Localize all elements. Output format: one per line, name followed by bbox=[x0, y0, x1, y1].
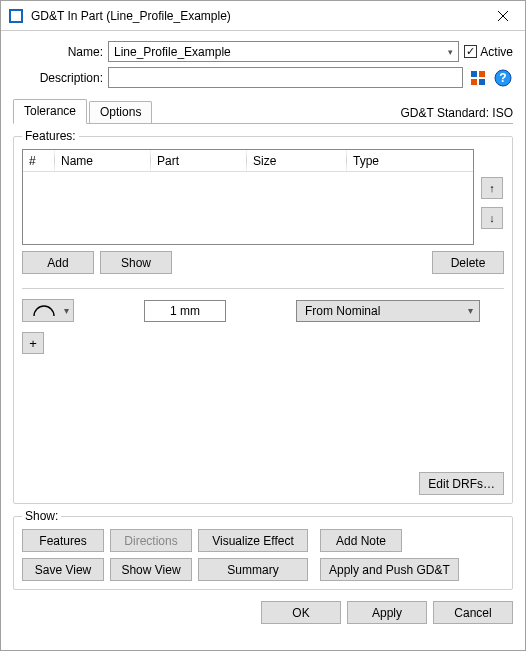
tolerance-mode-combo[interactable]: From Nominal ▾ bbox=[296, 300, 480, 322]
frame-spacer bbox=[22, 354, 504, 464]
cancel-button[interactable]: Cancel bbox=[433, 601, 513, 624]
show-directions-button[interactable]: Directions bbox=[110, 529, 192, 552]
features-group: Features: # Name Part Size Type bbox=[13, 129, 513, 504]
line-profile-icon bbox=[27, 304, 60, 318]
tab-options[interactable]: Options bbox=[89, 101, 152, 123]
svg-rect-5 bbox=[479, 79, 485, 85]
visualize-effect-button[interactable]: Visualize Effect bbox=[198, 529, 308, 552]
standard-label: GD&T Standard: ISO bbox=[401, 106, 514, 120]
chevron-down-icon: ▾ bbox=[468, 305, 473, 316]
name-combo[interactable]: Line_Profile_Example ▾ bbox=[108, 41, 459, 62]
col-name[interactable]: Name bbox=[55, 150, 151, 171]
description-label: Description: bbox=[13, 71, 103, 85]
show-legend: Show: bbox=[22, 509, 61, 523]
ok-button[interactable]: OK bbox=[261, 601, 341, 624]
show-button[interactable]: Show bbox=[100, 251, 172, 274]
svg-rect-3 bbox=[479, 71, 485, 77]
show-row-1: Features Directions Visualize Effect Add… bbox=[22, 529, 504, 552]
name-value: Line_Profile_Example bbox=[114, 45, 231, 59]
save-view-button[interactable]: Save View bbox=[22, 558, 104, 581]
col-type[interactable]: Type bbox=[347, 150, 473, 171]
svg-rect-4 bbox=[471, 79, 477, 85]
apply-push-button[interactable]: Apply and Push GD&T bbox=[320, 558, 459, 581]
app-icon bbox=[9, 9, 23, 23]
tolerance-mode-value: From Nominal bbox=[305, 304, 380, 318]
add-button[interactable]: Add bbox=[22, 251, 94, 274]
col-size[interactable]: Size bbox=[247, 150, 347, 171]
move-up-button[interactable]: ↑ bbox=[481, 177, 503, 199]
gdt-symbol-picker[interactable]: ▾ bbox=[22, 299, 74, 322]
chevron-down-icon: ▾ bbox=[64, 305, 69, 316]
window-title: GD&T In Part (Line_Profile_Example) bbox=[31, 9, 483, 23]
features-list[interactable]: # Name Part Size Type bbox=[22, 149, 474, 245]
tabstrip: Tolerance Options GD&T Standard: ISO bbox=[13, 99, 513, 124]
description-row: Description: ? bbox=[13, 67, 513, 88]
active-checkbox[interactable]: ✓ Active bbox=[464, 45, 513, 59]
delete-button[interactable]: Delete bbox=[432, 251, 504, 274]
reorder-buttons: ↑ ↓ bbox=[480, 149, 504, 245]
help-button[interactable]: ? bbox=[493, 68, 513, 88]
name-label: Name: bbox=[13, 45, 103, 59]
svg-text:?: ? bbox=[499, 71, 506, 85]
move-down-button[interactable]: ↓ bbox=[481, 207, 503, 229]
chevron-down-icon: ▾ bbox=[448, 47, 453, 57]
close-button[interactable] bbox=[483, 1, 523, 31]
active-label: Active bbox=[480, 45, 513, 59]
svg-rect-2 bbox=[471, 71, 477, 77]
summary-button[interactable]: Summary bbox=[198, 558, 308, 581]
show-group: Show: Features Directions Visualize Effe… bbox=[13, 509, 513, 590]
features-buttons: Add Show Delete bbox=[22, 251, 504, 274]
add-note-button[interactable]: Add Note bbox=[320, 529, 402, 552]
name-row: Name: Line_Profile_Example ▾ ✓ Active bbox=[13, 41, 513, 62]
tolerance-value: 1 mm bbox=[170, 304, 200, 318]
apply-button[interactable]: Apply bbox=[347, 601, 427, 624]
description-input[interactable] bbox=[108, 67, 463, 88]
add-datum-button[interactable]: + bbox=[22, 332, 44, 354]
features-body[interactable] bbox=[23, 172, 473, 244]
features-legend: Features: bbox=[22, 129, 79, 143]
tab-tolerance[interactable]: Tolerance bbox=[13, 99, 87, 124]
show-view-button[interactable]: Show View bbox=[110, 558, 192, 581]
close-icon bbox=[498, 11, 508, 21]
col-number[interactable]: # bbox=[23, 150, 55, 171]
dialog-window: GD&T In Part (Line_Profile_Example) Name… bbox=[0, 0, 526, 651]
features-header-row: # Name Part Size Type bbox=[23, 150, 473, 172]
separator bbox=[22, 288, 504, 289]
customize-button[interactable] bbox=[468, 68, 488, 88]
show-features-button[interactable]: Features bbox=[22, 529, 104, 552]
tolerance-frame-row: ▾ 1 mm From Nominal ▾ bbox=[22, 299, 504, 322]
titlebar: GD&T In Part (Line_Profile_Example) bbox=[1, 1, 525, 31]
dialog-body: Name: Line_Profile_Example ▾ ✓ Active De… bbox=[1, 31, 525, 650]
show-row-2: Save View Show View Summary Apply and Pu… bbox=[22, 558, 504, 581]
col-part[interactable]: Part bbox=[151, 150, 247, 171]
checkbox-icon: ✓ bbox=[464, 45, 477, 58]
edit-drfs-row: Edit DRFs… bbox=[22, 472, 504, 495]
edit-drfs-button[interactable]: Edit DRFs… bbox=[419, 472, 504, 495]
dialog-footer: OK Apply Cancel bbox=[13, 601, 513, 624]
tolerance-value-input[interactable]: 1 mm bbox=[144, 300, 226, 322]
